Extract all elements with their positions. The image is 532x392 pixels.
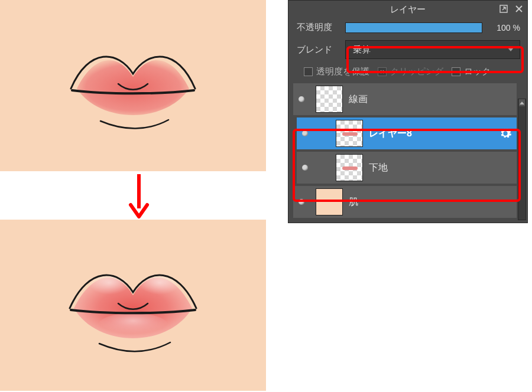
opacity-value: 100 % [488, 23, 520, 32]
blend-mode-select[interactable]: 乗算 [345, 40, 520, 59]
opacity-fill [346, 23, 482, 32]
visibility-dot-icon [302, 165, 308, 171]
layer-name: 肌 [349, 196, 512, 208]
visibility-toggle[interactable] [297, 130, 313, 136]
lips-after [0, 220, 266, 391]
thumbnail-content [342, 132, 358, 136]
checkbox-box [452, 67, 460, 76]
visibility-toggle[interactable] [293, 199, 310, 205]
checkbox-box: × [378, 67, 387, 76]
after-illustration [0, 220, 266, 391]
visibility-toggle[interactable] [293, 96, 310, 102]
panel-close-icon[interactable] [513, 3, 525, 15]
layer-row[interactable]: 肌 [293, 186, 517, 218]
clipping-checkbox[interactable]: × クリッピング [378, 66, 443, 77]
layer-thumbnail [336, 120, 363, 147]
svg-point-3 [98, 313, 168, 339]
layer-name: 線画 [349, 93, 512, 106]
visibility-dot-icon [299, 199, 304, 205]
layer-name: 下地 [369, 162, 512, 174]
svg-point-1 [89, 276, 130, 299]
gear-icon[interactable] [499, 127, 512, 140]
visibility-toggle[interactable] [297, 165, 313, 171]
chevron-down-icon [508, 48, 514, 51]
opacity-slider[interactable] [345, 22, 482, 33]
scroll-up-icon[interactable] [519, 99, 525, 106]
blend-row: ブレンド 乗算 [288, 37, 527, 63]
panel-detach-icon[interactable] [498, 3, 510, 15]
thumbnail-content [342, 166, 358, 170]
lock-label: ロック [464, 66, 491, 77]
panel-title: レイヤー [390, 4, 426, 15]
opacity-label: 不透明度 [297, 22, 339, 33]
layers-panel: レイヤー 不透明度 100 % ブレンド 乗算 透明度を保護 × [288, 0, 528, 223]
lock-checkbox[interactable]: ロック [452, 66, 491, 77]
blend-mode-value: 乗算 [353, 44, 371, 55]
layer-thumbnail [316, 188, 343, 215]
visibility-dot-icon [299, 96, 304, 102]
clipping-label: クリッピング [390, 66, 443, 77]
layer-thumbnail [336, 154, 363, 181]
layer-row[interactable]: レイヤー8 [297, 117, 517, 149]
opacity-row: 不透明度 100 % [288, 18, 527, 37]
layer-thumbnail [316, 86, 343, 113]
before-illustration [0, 0, 266, 171]
layer-row[interactable]: 下地 [297, 152, 517, 184]
illustration-column [0, 0, 278, 391]
protect-alpha-checkbox[interactable]: 透明度を保護 [304, 66, 369, 77]
arrow-gap [0, 171, 278, 220]
arrow-down-icon [127, 172, 151, 219]
visibility-dot-icon [302, 130, 308, 136]
layer-list: 線画レイヤー8下地肌 [288, 83, 527, 223]
panel-title-bar: レイヤー [288, 1, 527, 18]
layer-row[interactable]: 線画 [293, 83, 517, 115]
lips-before [0, 0, 266, 171]
blend-label: ブレンド [297, 44, 339, 55]
checkbox-box [304, 67, 313, 76]
scrollbar-vertical[interactable] [518, 99, 526, 220]
layer-options-row: 透明度を保護 × クリッピング ロック [288, 63, 527, 83]
layer-name: レイヤー8 [369, 128, 493, 140]
protect-alpha-label: 透明度を保護 [316, 66, 369, 77]
